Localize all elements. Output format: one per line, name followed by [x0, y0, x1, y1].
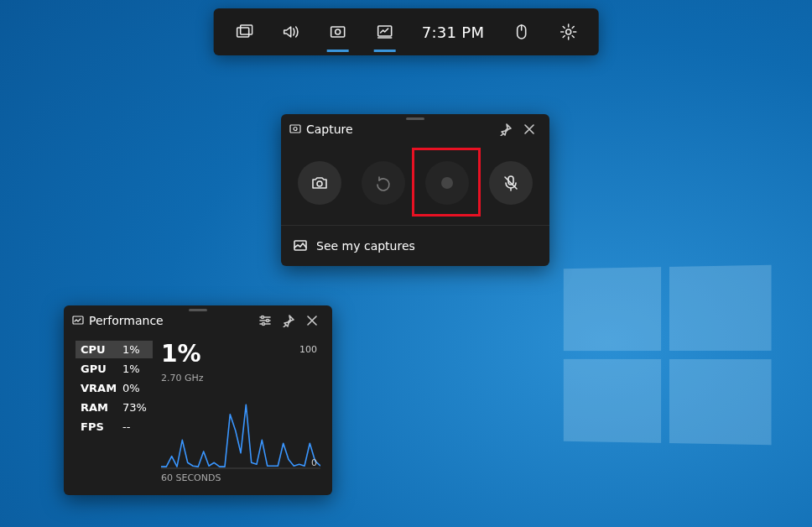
close-button[interactable] [518, 117, 541, 141]
svg-point-13 [262, 316, 264, 319]
see-captures-label: See my captures [316, 239, 415, 253]
y-axis-max: 100 [299, 344, 317, 355]
capture-toggle[interactable] [315, 8, 362, 55]
windows-logo [564, 265, 772, 446]
performance-icon [72, 315, 84, 326]
performance-toggle[interactable] [362, 8, 409, 55]
metric-vram[interactable]: VRAM0% [75, 379, 153, 397]
speaker-icon [282, 23, 300, 41]
audio-button[interactable] [268, 8, 315, 55]
metric-ram[interactable]: RAM73% [75, 399, 153, 416]
drag-grip[interactable] [406, 117, 424, 120]
svg-point-8 [294, 128, 297, 131]
capture-panel: Capture See my captures [281, 114, 549, 266]
svg-point-6 [565, 29, 570, 34]
svg-rect-1 [241, 25, 252, 34]
mic-off-icon [502, 174, 520, 192]
pin-button[interactable] [277, 309, 300, 332]
game-bar: 7:31 PM [214, 8, 599, 55]
capture-controls [281, 144, 549, 225]
gallery-icon [293, 239, 308, 253]
metric-gpu[interactable]: GPU1% [75, 360, 153, 378]
see-captures-link[interactable]: See my captures [281, 225, 549, 266]
svg-point-14 [267, 320, 269, 322]
svg-point-3 [336, 29, 341, 34]
settings-button[interactable] [544, 8, 591, 55]
capture-icon [289, 123, 301, 135]
mouse-icon [513, 23, 529, 41]
svg-rect-2 [331, 27, 345, 37]
cpu-chart [161, 389, 320, 469]
rewind-icon [374, 174, 393, 192]
svg-rect-12 [73, 316, 83, 324]
chart-area: 1% 2.70 GHz 100 0 60 SECONDS [161, 341, 320, 483]
svg-point-15 [263, 323, 265, 326]
record-highlight-box [412, 148, 481, 217]
capture-title: Capture [306, 123, 494, 136]
sliders-icon [258, 314, 272, 327]
performance-icon [376, 23, 394, 41]
camera-icon [310, 174, 329, 192]
metric-cpu[interactable]: CPU1% [75, 341, 153, 358]
capture-titlebar[interactable]: Capture [281, 114, 549, 144]
pin-icon [499, 123, 513, 136]
performance-panel: Performance CPU1% GPU1% VRAM0% RAM73% FP… [64, 305, 332, 495]
screenshot-button[interactable] [298, 161, 341, 205]
close-icon [523, 123, 535, 135]
x-axis-label: 60 SECONDS [161, 472, 320, 483]
y-axis-min: 0 [311, 457, 317, 468]
current-percent: 1% [161, 342, 320, 366]
pin-button[interactable] [494, 117, 518, 141]
performance-title: Performance [89, 314, 253, 327]
pin-icon [282, 314, 295, 327]
widgets-icon [235, 23, 253, 41]
close-button[interactable] [300, 309, 324, 332]
current-frequency: 2.70 GHz [161, 373, 320, 384]
mouse-button[interactable] [497, 8, 544, 55]
close-icon [306, 315, 318, 326]
clock: 7:31 PM [409, 23, 498, 41]
svg-rect-7 [290, 125, 300, 133]
options-button[interactable] [253, 309, 277, 332]
svg-rect-0 [237, 28, 249, 37]
drag-grip[interactable] [189, 309, 207, 311]
record-last-button[interactable] [362, 161, 405, 205]
gear-icon [559, 23, 577, 41]
mic-toggle-button[interactable] [489, 161, 533, 205]
svg-point-9 [317, 181, 322, 186]
metric-fps[interactable]: FPS-- [75, 418, 153, 436]
widget-menu-button[interactable] [221, 8, 268, 55]
metric-list: CPU1% GPU1% VRAM0% RAM73% FPS-- [75, 341, 153, 483]
performance-titlebar[interactable]: Performance [64, 305, 332, 336]
capture-icon [329, 23, 347, 41]
